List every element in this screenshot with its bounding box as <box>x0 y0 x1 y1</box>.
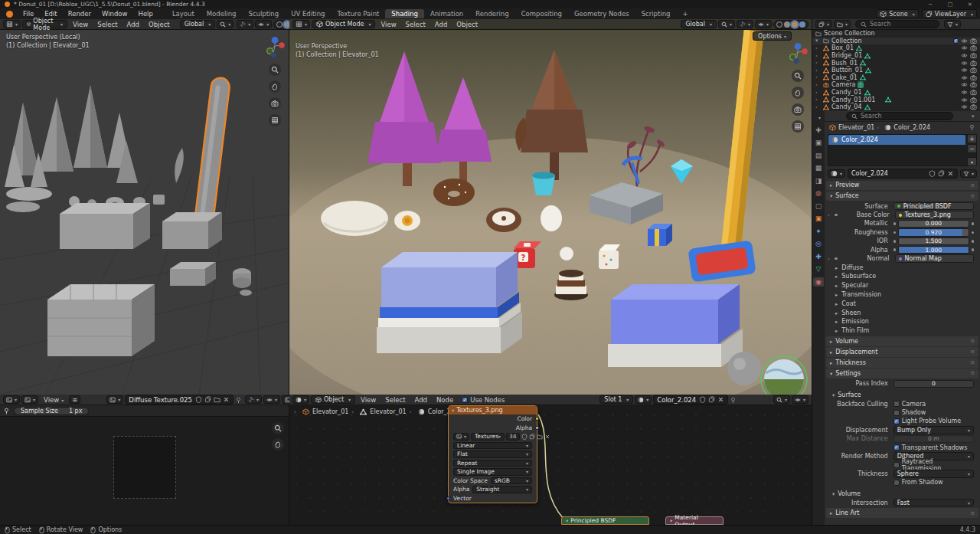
slot-selector[interactable]: Slot 1 <box>599 395 633 404</box>
use-nodes-toggle[interactable]: ✓Use Nodes <box>462 396 505 404</box>
editor-type-icon[interactable] <box>292 20 310 28</box>
hamburger-icon[interactable]: ≡ <box>69 395 80 404</box>
material-output-node[interactable]: Material Output <box>665 516 724 525</box>
subpanel-coat[interactable]: Coat <box>825 299 980 308</box>
scene-collection-row[interactable]: Scene Collection <box>812 30 980 38</box>
render-camera-icon[interactable] <box>970 52 977 59</box>
tab-layout[interactable]: Layout <box>166 9 201 18</box>
panel-volume[interactable]: Volume≡ <box>826 336 978 346</box>
unlink-icon[interactable] <box>717 396 724 403</box>
from-shadow-checkbox[interactable] <box>893 480 900 486</box>
properties-editor-type-icon[interactable] <box>813 113 824 122</box>
subpanel-specular[interactable]: Specular <box>825 281 980 290</box>
add-slot-button[interactable]: + <box>967 134 977 143</box>
menu-window[interactable]: Window <box>96 10 133 18</box>
menu-file[interactable]: File <box>18 10 39 18</box>
normal-map-button[interactable]: Normal Map <box>895 254 974 263</box>
alpha-slider[interactable]: 1.000 <box>898 246 969 254</box>
outliner-item[interactable]: ›Candy_01.001 <box>812 96 980 103</box>
options-button[interactable]: Options <box>753 31 792 41</box>
tab-sculpting[interactable]: Sculpting <box>242 9 285 18</box>
subpanel-subsurface[interactable]: Subsurface <box>825 272 980 281</box>
menu-view[interactable]: View <box>69 21 92 28</box>
sample-size-field[interactable]: Sample Size 1 px <box>14 407 89 415</box>
collection-row[interactable]: ▾ Collection ✓ <box>812 38 980 45</box>
properties-search-input[interactable]: Search <box>846 112 953 120</box>
image-browse-icon[interactable] <box>453 433 469 441</box>
tab-world[interactable]: ◍ <box>813 188 824 198</box>
menu-view[interactable]: View <box>40 396 67 404</box>
subpanel-emission[interactable]: Emission <box>825 317 980 326</box>
material-slot-selected[interactable]: Color_2.024 <box>828 135 965 145</box>
remove-slot-button[interactable]: − <box>967 144 977 153</box>
fake-user-shield-icon[interactable] <box>521 434 528 440</box>
tab-view-layer[interactable]: ▦ <box>813 163 824 172</box>
overlays-icon[interactable] <box>755 20 772 28</box>
backface-shadow-checkbox[interactable] <box>893 410 900 416</box>
pin-icon[interactable] <box>235 396 242 404</box>
hide-eye-icon[interactable] <box>961 97 968 103</box>
raytraced-checkbox[interactable] <box>893 462 900 468</box>
expand-icon[interactable]: › <box>828 256 833 262</box>
outliner-item[interactable]: ›Bridge_01 <box>812 52 980 60</box>
menu-help[interactable]: Help <box>132 10 158 18</box>
subpanel-transmission[interactable]: Transmission <box>825 290 980 300</box>
subpanel-thin-film[interactable]: Thin Film <box>825 326 980 336</box>
tab-texture-paint[interactable]: Texture Paint <box>332 9 386 18</box>
tab-scene[interactable]: ◨ <box>813 176 824 185</box>
editor-type-icon[interactable] <box>3 395 20 404</box>
surface-shader-button[interactable]: Principled BSDF <box>893 202 974 211</box>
hide-eye-icon[interactable] <box>961 74 968 81</box>
hide-eye-icon[interactable] <box>961 67 968 74</box>
render-camera-icon[interactable] <box>970 74 977 81</box>
unlink-icon[interactable] <box>544 434 550 440</box>
ortho-toggle-button[interactable] <box>269 114 281 126</box>
alpha-mode-dropdown[interactable]: Straight <box>472 486 532 493</box>
shading-wireframe-icon[interactable] <box>776 21 782 28</box>
thickness-dropdown[interactable]: Sphere <box>893 470 974 478</box>
unlink-icon[interactable] <box>947 170 954 177</box>
menu-add[interactable]: Add <box>431 21 451 28</box>
duplicate-icon[interactable] <box>529 434 535 440</box>
menu-select[interactable]: Select <box>93 21 121 28</box>
axis-gizmo[interactable] <box>786 42 809 65</box>
tab-tool[interactable]: ✚ <box>813 126 824 135</box>
outliner-item[interactable]: ›Box_01 <box>812 44 980 52</box>
intersection-dropdown[interactable]: Fast <box>893 499 974 507</box>
menu-render[interactable]: Render <box>63 10 96 18</box>
duplicate-icon[interactable] <box>204 396 211 403</box>
tab-scripting[interactable]: Scripting <box>635 9 677 18</box>
shading-material-icon[interactable] <box>792 21 798 28</box>
orientation-selector[interactable]: Global <box>180 20 216 28</box>
transparent-shadows-checkbox[interactable]: ✓ <box>893 444 900 450</box>
tab-compositing[interactable]: Compositing <box>515 9 568 18</box>
browse-material-icon[interactable] <box>828 169 845 178</box>
render-camera-icon[interactable] <box>970 97 977 103</box>
tab-material[interactable]: ◉ <box>813 277 824 287</box>
ortho-toggle-button[interactable] <box>792 120 804 133</box>
orientation-selector[interactable]: Global <box>681 20 717 28</box>
open-image-folder-icon[interactable] <box>214 396 220 403</box>
panel-preview[interactable]: Preview≡ <box>826 181 978 191</box>
gizmos-icon[interactable] <box>245 395 262 404</box>
pin-icon[interactable] <box>730 396 737 404</box>
subpanel-sheen[interactable]: Sheen <box>825 308 980 317</box>
backface-camera-checkbox[interactable] <box>893 401 900 407</box>
vector-input-socket[interactable] <box>446 496 450 500</box>
subpanel-diffuse[interactable]: Diffuse <box>825 263 980 272</box>
pan-tool-button[interactable] <box>272 438 284 450</box>
editor-type-icon[interactable] <box>3 20 21 28</box>
shading-rendered-icon[interactable] <box>799 21 805 28</box>
collection-checkbox[interactable]: ✓ <box>953 38 959 44</box>
metallic-slider[interactable]: 0.000 <box>898 220 969 228</box>
hide-eye-icon[interactable] <box>961 44 968 51</box>
pass-index-field[interactable]: 0 <box>893 380 974 388</box>
image-texture-node[interactable]: Textures_3.png Color Alpha Textures_3...… <box>448 405 537 503</box>
maximize-button[interactable]: □ <box>940 2 960 8</box>
outliner-item[interactable]: ›Candy_04 <box>812 103 980 111</box>
outliner-item-camera[interactable]: ›Camera <box>812 81 980 89</box>
crumb-object[interactable]: Elevator_01 <box>312 408 348 415</box>
render-camera-icon[interactable] <box>970 81 977 88</box>
displacement-dropdown[interactable]: Bump Only <box>893 426 974 434</box>
color-output-socket[interactable] <box>535 417 539 421</box>
